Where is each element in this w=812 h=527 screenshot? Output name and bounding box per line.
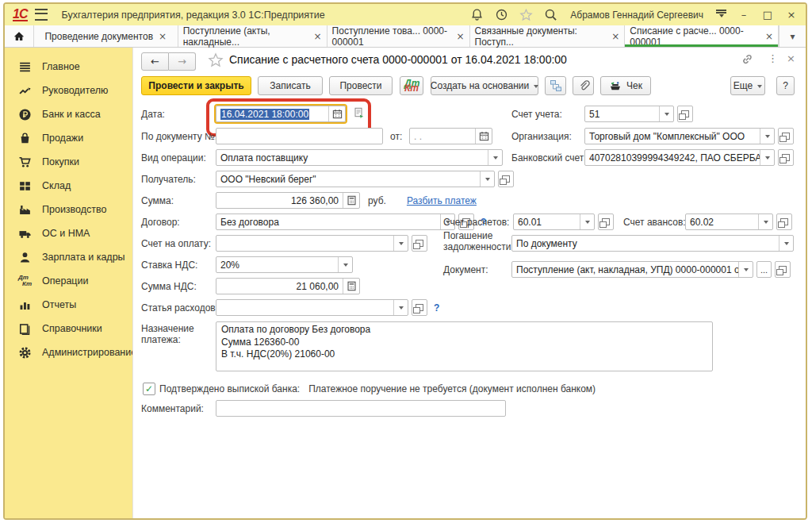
sidebar-item-pokupki[interactable]: Покупки [5, 150, 132, 174]
close-tab-icon[interactable]: × [456, 31, 464, 42]
post-and-close-button[interactable]: Провести и закрыть [141, 76, 251, 95]
amount-field[interactable]: 126 360,00 [216, 192, 360, 209]
close-window-button[interactable]: × [785, 9, 798, 21]
tab-postuplenie-akty[interactable]: Поступление (акты, накладные...× [178, 25, 327, 47]
sidebar-item-sklad[interactable]: Склад [5, 174, 132, 198]
sidebar-item-glavnoe[interactable]: Главное [5, 55, 132, 79]
open-button[interactable] [776, 213, 792, 230]
dropdown-icon[interactable] [480, 171, 494, 187]
dropdown-icon[interactable] [760, 150, 774, 165]
sidebar-item-otchety[interactable]: Отчеты [5, 293, 132, 317]
invoice-field[interactable] [216, 235, 408, 252]
close-tab-icon[interactable]: × [765, 31, 773, 42]
sidebar-item-prodazhi[interactable]: Продажи [5, 126, 132, 150]
calculator-icon[interactable] [343, 193, 359, 208]
dropdown-icon[interactable] [758, 214, 772, 229]
dropdown-icon[interactable] [779, 236, 793, 251]
help-button[interactable]: ? [776, 76, 795, 95]
dropdown-icon[interactable] [488, 150, 502, 165]
dropdown-icon[interactable] [393, 236, 408, 251]
document-history-icon[interactable] [353, 106, 366, 122]
open-button[interactable] [775, 261, 791, 278]
advance-account-field[interactable]: 60.02 [685, 213, 773, 230]
sidebar-item-proizvodstvo[interactable]: Производство [5, 198, 132, 221]
payee-field[interactable]: ООО "Невский берег" [216, 171, 495, 187]
save-button[interactable]: Записать [258, 76, 323, 95]
close-tab-icon[interactable]: × [314, 31, 322, 42]
dropdown-icon[interactable] [580, 214, 594, 229]
dropdown-icon[interactable] [738, 262, 753, 277]
contract-field[interactable]: Без договора [216, 213, 455, 230]
vat-rate-field[interactable]: 20% [216, 256, 353, 273]
dt-kt-postings-button[interactable]: ДтКт [400, 76, 423, 95]
document-field[interactable]: Поступление (акт, накладная, УПД) 0000-0… [511, 261, 753, 278]
create-based-on-button[interactable]: Создать на основании [431, 76, 538, 95]
calculator-icon[interactable] [343, 279, 359, 294]
dropdown-icon[interactable] [659, 106, 673, 121]
repayment-field[interactable]: По документу [511, 235, 794, 252]
doc-no-field[interactable] [216, 128, 383, 144]
sidebar-item-os-i-nma[interactable]: ОС и НМА [5, 221, 132, 245]
date-field[interactable]: 16.04.2021 18:00:00 [216, 106, 346, 122]
tab-overflow-button[interactable]: ▾ [779, 25, 806, 47]
open-button[interactable] [778, 128, 794, 144]
account-field[interactable]: 51 [584, 106, 674, 122]
minimize-button[interactable]: – [737, 9, 750, 21]
split-payment-link[interactable]: Разбить платеж [407, 195, 477, 206]
check-receipt-button[interactable]: Чек [600, 76, 651, 95]
close-form-icon[interactable]: × [787, 52, 795, 64]
purpose-textarea[interactable]: Оплата по договору Без договора Сумма 12… [216, 321, 713, 371]
vat-amount-field[interactable]: 21 060,00 [216, 278, 360, 294]
sidebar-item-spravochniki[interactable]: Справочники [5, 317, 132, 340]
favorites-star-icon[interactable] [519, 8, 533, 21]
choose-ellipsis-button[interactable]: ... [756, 261, 772, 278]
close-tab-icon[interactable]: × [611, 31, 619, 42]
calendar-icon[interactable] [328, 106, 345, 121]
history-icon[interactable] [495, 8, 508, 21]
dropdown-icon[interactable] [338, 257, 352, 272]
current-user[interactable]: Абрамов Геннадий Сергеевич [570, 10, 703, 21]
close-tab-icon[interactable]: × [159, 31, 167, 42]
help-question-icon[interactable]: ? [434, 302, 439, 314]
tab-postuplenie-tovarov[interactable]: Поступление това... 0000-000001× [327, 25, 470, 47]
main-menu-hamburger-icon[interactable] [35, 9, 48, 21]
sidebar-item-rukovoditelyu[interactable]: Руководителю [5, 79, 132, 102]
open-button[interactable] [412, 299, 427, 316]
dropdown-icon[interactable] [760, 129, 774, 144]
search-icon[interactable] [544, 8, 557, 21]
open-button[interactable] [598, 213, 614, 230]
favorite-star-icon[interactable] [208, 52, 224, 71]
dropdown-icon[interactable] [393, 300, 408, 315]
doc-date-field[interactable]: . . [409, 128, 492, 144]
tab-home[interactable] [5, 25, 34, 47]
operation-type-field[interactable]: Оплата поставщику [216, 149, 503, 166]
tab-spisanie-s-rascheta[interactable]: Списание с расче... 0000-000001× [625, 25, 779, 47]
sidebar-item-zarplata-i-kadry[interactable]: Зарплата и кадры [5, 245, 132, 269]
tab-svyazannye-dokumenty[interactable]: Связанные документы: Поступ...× [470, 25, 626, 47]
open-button[interactable] [778, 149, 794, 166]
settlement-account-field[interactable]: 60.01 [513, 213, 595, 230]
comment-field[interactable] [216, 400, 506, 417]
get-link-icon[interactable] [741, 52, 754, 69]
maximize-button[interactable]: □ [761, 9, 774, 21]
expense-item-field[interactable] [216, 299, 408, 316]
attachments-button[interactable] [573, 76, 594, 95]
forward-button[interactable]: → [169, 52, 196, 71]
open-button[interactable] [677, 106, 693, 122]
calendar-icon[interactable] [475, 129, 492, 144]
sidebar-item-administrirovanie[interactable]: Администрирование [5, 340, 132, 364]
service-menu-icon[interactable] [716, 10, 726, 20]
related-documents-button[interactable] [545, 76, 566, 95]
sidebar-item-bank-i-kassa[interactable]: Банк и касса [5, 102, 132, 126]
sidebar-item-operacii[interactable]: ДтКтОперации [5, 269, 132, 293]
tab-provedenie-dokumentov[interactable]: Проведение документов× [34, 25, 178, 47]
notifications-bell-icon[interactable] [470, 8, 484, 21]
form-menu-dots-icon[interactable]: ⋮ [768, 52, 778, 64]
open-button[interactable] [498, 171, 514, 187]
bank-confirmed-checkbox[interactable]: ✓ [143, 383, 155, 395]
open-button[interactable] [412, 235, 427, 252]
organization-field[interactable]: Торговый дом "Комплексный" ООО [584, 128, 775, 144]
more-button[interactable]: Еще [730, 76, 765, 95]
post-button[interactable]: Провести [329, 76, 393, 95]
back-button[interactable]: ← [141, 52, 169, 71]
